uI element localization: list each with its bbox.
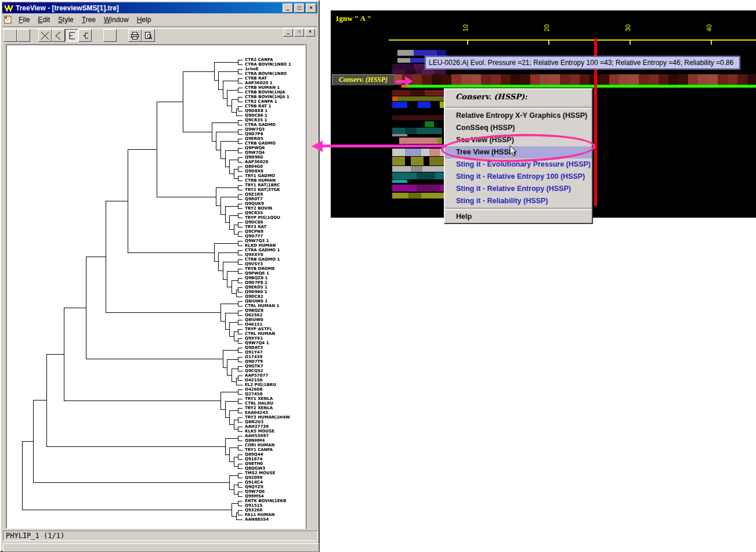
taxon-label[interactable]: Q9Z1R9 bbox=[245, 192, 263, 197]
maximize-button[interactable]: □ bbox=[294, 3, 305, 13]
taxon-label[interactable]: AAH53697 bbox=[245, 434, 269, 438]
taxon-label[interactable]: CTRA BOVIN|1N8O bbox=[245, 71, 287, 76]
taxon-label[interactable]: Q98TH0 bbox=[245, 461, 263, 466]
toolbar-printer-button[interactable] bbox=[128, 29, 142, 42]
menu-item-relative-entropy-x-y-graphics-hssp[interactable]: Relative Entropy X-Y Graphics (HSSP) bbox=[445, 110, 592, 122]
conservation-cell[interactable] bbox=[461, 74, 471, 85]
taxon-label[interactable]: EL2 PIG|1BRU bbox=[245, 383, 276, 387]
taxon-label[interactable]: Q9BQZ8 1 bbox=[245, 276, 267, 280]
taxon-label[interactable]: Q9PWQ6 bbox=[245, 146, 265, 150]
conservation-cell[interactable] bbox=[747, 74, 756, 85]
conservation-cell[interactable] bbox=[659, 74, 668, 85]
taxon-label[interactable]: Q9DC86 1 bbox=[245, 113, 267, 118]
taxon-label[interactable]: Q8NHM4 bbox=[245, 438, 265, 443]
taxon-label[interactable]: CTRB HUMAN bbox=[245, 178, 276, 183]
taxon-label[interactable]: CTRL HUMAN bbox=[245, 331, 275, 336]
taxon-label[interactable]: Q9XY61 bbox=[245, 336, 263, 341]
taxon-label[interactable]: Q9ERD5 1 bbox=[245, 285, 267, 290]
taxon-label[interactable]: Q9D7P8 bbox=[245, 132, 263, 136]
taxon-label[interactable]: Q8N2U3 bbox=[245, 420, 263, 424]
taxon-label[interactable]: Q8IUW0 1 bbox=[245, 299, 267, 304]
conservation-cell[interactable] bbox=[570, 74, 580, 85]
taxon-label[interactable]: CTRB BOVIN|1HJA 1 bbox=[245, 95, 290, 99]
taxon-label[interactable]: O17439 bbox=[245, 355, 262, 359]
taxon-label[interactable]: Q9D7P8 1 bbox=[245, 280, 267, 285]
conservation-cell[interactable] bbox=[718, 74, 728, 85]
title-bar[interactable]: TreeView - [treeviewSMS[1].tre] _ □ × bbox=[2, 2, 317, 13]
conserv-hssp-label[interactable]: Conserv. (HSSP) bbox=[332, 74, 394, 85]
conservation-cell[interactable] bbox=[442, 74, 451, 85]
taxon-label[interactable]: Q9CR35 1 bbox=[245, 118, 267, 122]
toolbar-blank-button[interactable] bbox=[103, 29, 117, 42]
taxon-label[interactable]: TRY1 CANFA bbox=[245, 448, 273, 452]
menu-window[interactable]: Window bbox=[100, 15, 133, 25]
conservation-cell[interactable] bbox=[481, 74, 491, 85]
menu-file[interactable]: File bbox=[15, 15, 34, 25]
taxon-label[interactable]: AAH27736 bbox=[245, 424, 269, 429]
taxon-label[interactable]: EAA04243 bbox=[245, 410, 268, 415]
toolbar-angle-tree-button[interactable] bbox=[52, 29, 65, 42]
taxon-label[interactable]: Q9CQ52 bbox=[245, 369, 263, 373]
taxon-label[interactable]: Q9CR35 bbox=[245, 211, 263, 215]
taxon-label[interactable]: TRY2 BOVIN bbox=[245, 206, 272, 211]
taxon-label[interactable]: Q9D7T9 bbox=[245, 359, 263, 364]
taxon-label[interactable]: TRYB DROME bbox=[245, 266, 275, 271]
conservation-cell[interactable] bbox=[560, 74, 570, 85]
taxon-label[interactable]: Q93266 bbox=[245, 508, 262, 513]
toolbar-slash-tree-button[interactable] bbox=[38, 29, 52, 42]
close-button[interactable]: × bbox=[306, 3, 316, 13]
taxon-label[interactable]: Q9DC82 bbox=[245, 294, 263, 299]
taxon-label[interactable]: Q9D8X8 1 bbox=[245, 109, 267, 113]
taxon-label[interactable]: Q9DAT3 bbox=[245, 345, 263, 350]
menu-item-sting-it-relative-entropy-100-hssp[interactable]: Sting it - Relative Entropy 100 (HSSP) bbox=[445, 171, 592, 183]
conservation-cell[interactable] bbox=[550, 74, 560, 85]
minimize-button[interactable]: _ bbox=[283, 3, 293, 13]
taxon-label[interactable]: O42608 bbox=[245, 387, 262, 392]
taxon-label[interactable]: Q92099 bbox=[245, 475, 262, 480]
taxon-label[interactable]: Q9QYZ9 bbox=[245, 485, 263, 489]
menu-item-sting-it-relative-entropy-hssp[interactable]: Sting it - Relative Entropy (HSSP) bbox=[445, 183, 592, 195]
conservation-cell[interactable] bbox=[599, 74, 609, 85]
taxon-label[interactable]: TRY3 RAT bbox=[245, 225, 266, 229]
taxon-label[interactable]: CTRA GADMO 1 bbox=[245, 248, 280, 252]
conservation-cell[interactable] bbox=[688, 74, 698, 85]
taxon-label[interactable]: TRY2 RAT|3TGK bbox=[245, 187, 280, 192]
taxon-label[interactable]: Q9D960 1 bbox=[245, 290, 267, 294]
taxon-label[interactable]: O46151 bbox=[245, 322, 262, 327]
taxon-label[interactable]: CTRB GADMO bbox=[245, 141, 276, 146]
taxon-label[interactable]: Q9CPN9 bbox=[245, 229, 263, 234]
conservation-cell[interactable] bbox=[708, 74, 718, 85]
conservation-cell[interactable] bbox=[501, 74, 511, 85]
taxon-label[interactable]: Q9R0T7 bbox=[245, 197, 263, 201]
taxon-label[interactable]: ENTK BOVIN|1EKB bbox=[245, 499, 286, 503]
conservation-cell[interactable] bbox=[698, 74, 708, 85]
toolbar-rect-phenogram-button[interactable] bbox=[78, 29, 92, 42]
conservation-cell[interactable] bbox=[639, 74, 649, 85]
conservation-cell[interactable] bbox=[678, 74, 688, 85]
toolbar-blank-button[interactable] bbox=[17, 29, 30, 42]
conservation-cell[interactable] bbox=[540, 74, 550, 85]
taxon-label[interactable]: Q91674 bbox=[245, 457, 262, 461]
taxon-label[interactable]: Q9DC86 bbox=[245, 220, 263, 225]
taxon-label[interactable]: TRY2 XENLA bbox=[245, 406, 273, 410]
conservation-cell[interactable] bbox=[471, 74, 481, 85]
conservation-cell[interactable] bbox=[491, 74, 501, 85]
conservation-cell[interactable] bbox=[668, 74, 678, 85]
taxon-label[interactable]: Q9ERD5 bbox=[245, 136, 263, 141]
taxon-label[interactable]: CTRB HUMAN 1 bbox=[245, 85, 280, 90]
taxon-label[interactable]: CTR2 CANFA bbox=[245, 57, 273, 62]
menu-item-sting-it-evolutionary-pressure-hssp[interactable]: Sting it - Evolutionary Pressure (HSSP) bbox=[445, 158, 592, 171]
menu-item-tree-view-hssp[interactable]: Tree View (HSSP) bbox=[445, 146, 592, 158]
taxon-label[interactable]: KLK5 MOUSE bbox=[245, 429, 274, 434]
conservation-cell[interactable] bbox=[530, 74, 540, 85]
taxon-label[interactable]: TRY1 XENLA bbox=[245, 396, 273, 401]
conservation-cell[interactable] bbox=[422, 74, 432, 85]
menu-item-consseq-hssp[interactable]: ConSSeq (HSSP) bbox=[445, 122, 592, 134]
taxon-label[interactable]: O62562 bbox=[245, 313, 262, 318]
conservation-cell[interactable] bbox=[728, 74, 737, 85]
conservation-cell[interactable] bbox=[649, 74, 659, 85]
conservation-cell[interactable] bbox=[432, 74, 442, 85]
taxon-label[interactable]: O42158 bbox=[245, 378, 262, 383]
taxon-label[interactable]: CTRA BOVIN|1N8O 1 bbox=[245, 62, 291, 67]
taxon-label[interactable]: Q9W7Q3 1 bbox=[245, 239, 269, 243]
